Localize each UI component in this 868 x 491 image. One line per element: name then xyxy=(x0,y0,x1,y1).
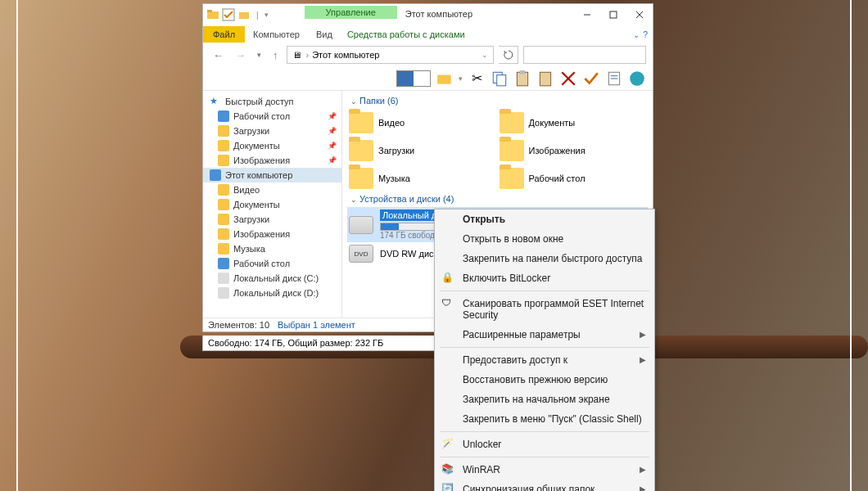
ribbon-collapse-icon[interactable]: ⌄ xyxy=(633,30,640,39)
ctx-bitlocker[interactable]: 🔒Включить BitLocker xyxy=(435,268,654,288)
computer-icon xyxy=(210,169,221,181)
nav-desktop[interactable]: Рабочий стол📌 xyxy=(203,109,341,124)
group-folders-header[interactable]: ⌄ Папки (6) xyxy=(350,96,648,106)
nav-back-icon[interactable]: ← xyxy=(210,49,227,61)
music-icon xyxy=(218,243,229,255)
nav-documents-2[interactable]: Документы xyxy=(203,197,341,212)
nav-up-icon[interactable]: ↑ xyxy=(269,49,282,61)
check-icon[interactable] xyxy=(582,70,600,88)
breadcrumb-this-pc-icon: 🖥 xyxy=(292,50,301,60)
ctx-winrar[interactable]: 📚WinRAR▶ xyxy=(435,460,654,480)
drive-icon xyxy=(349,216,373,234)
quick-access-toolbar: | ▾ xyxy=(203,4,272,25)
svg-rect-8 xyxy=(437,74,451,83)
chevron-right-icon: ▶ xyxy=(640,484,646,491)
navigation-pane[interactable]: ★Быстрый доступ Рабочий стол📌 Загрузки📌 … xyxy=(203,91,342,318)
properties-icon[interactable] xyxy=(605,70,623,88)
nav-local-disk-c[interactable]: Локальный диск (C:) xyxy=(203,271,341,286)
contextual-tab-manage[interactable]: Управление xyxy=(305,6,397,19)
svg-rect-10 xyxy=(497,74,506,85)
breadcrumb-text[interactable]: Этот компьютер xyxy=(312,50,379,60)
close-button[interactable] xyxy=(626,4,653,25)
nav-pictures-2[interactable]: Изображения xyxy=(203,227,341,241)
new-folder-icon[interactable] xyxy=(436,70,454,88)
nav-videos[interactable]: Видео xyxy=(203,182,341,197)
nav-forward-icon[interactable]: → xyxy=(232,49,249,61)
pin-icon: 📌 xyxy=(328,127,337,135)
copy-icon[interactable] xyxy=(491,70,509,88)
sync-icon: 🔄 xyxy=(441,483,454,491)
ctx-eset-scan[interactable]: 🛡Сканировать программой ESET Internet Se… xyxy=(435,294,654,325)
refresh-button[interactable] xyxy=(499,46,518,64)
maximize-button[interactable] xyxy=(600,4,626,25)
svg-rect-1 xyxy=(207,10,212,12)
eset-icon[interactable] xyxy=(628,70,646,88)
toolbar-dropdown-icon[interactable]: ▾ xyxy=(459,74,463,83)
status-item-count: Элементов: 10 xyxy=(208,320,269,330)
ctx-open[interactable]: Открыть xyxy=(435,209,654,229)
ctx-unlocker[interactable]: 🪄Unlocker xyxy=(435,435,654,454)
nav-downloads[interactable]: Загрузки📌 xyxy=(203,124,341,138)
view-details-icon[interactable] xyxy=(414,71,430,86)
address-bar-row: ← → ▾ ↑ 🖥 › Этот компьютер ⌄ xyxy=(203,43,653,66)
folder-pictures[interactable]: Изображения xyxy=(498,137,649,164)
ctx-sync[interactable]: 🔄Синхронизация общих папок▶ xyxy=(435,480,654,491)
pin-icon: 📌 xyxy=(328,142,337,150)
ribbon-file-tab[interactable]: Файл xyxy=(203,26,245,43)
ctx-restore[interactable]: Восстановить прежнюю версию xyxy=(435,370,654,390)
nav-history-icon[interactable]: ▾ xyxy=(254,51,264,59)
cut-icon[interactable]: ✂ xyxy=(468,70,486,88)
qat-new-folder-icon[interactable] xyxy=(237,8,251,21)
folder-icon xyxy=(349,112,373,133)
downloads-icon xyxy=(218,214,229,225)
ribbon-tabs: Файл Компьютер Вид Средства работы с дис… xyxy=(203,25,653,43)
folder-desktop[interactable]: Рабочий стол xyxy=(498,164,649,192)
address-bar[interactable]: 🖥 › Этот компьютер ⌄ xyxy=(287,46,495,64)
nav-documents[interactable]: Документы📌 xyxy=(203,138,341,153)
nav-this-pc[interactable]: Этот компьютер xyxy=(203,168,341,182)
ctx-advanced[interactable]: Расширенные параметры▶ xyxy=(435,325,654,345)
window-title: Этот компьютер xyxy=(397,4,481,25)
desktop-icon xyxy=(218,258,229,269)
winrar-icon: 📚 xyxy=(441,463,454,476)
qat-checkbox-icon[interactable] xyxy=(222,8,235,21)
qat-dropdown-icon[interactable]: ▾ xyxy=(264,11,269,19)
delete-icon[interactable] xyxy=(559,70,577,88)
search-input[interactable] xyxy=(523,46,646,64)
nav-desktop-2[interactable]: Рабочий стол xyxy=(203,256,341,271)
paste-icon[interactable] xyxy=(513,70,531,88)
ctx-separator xyxy=(440,347,649,348)
ribbon-computer-tab[interactable]: Компьютер xyxy=(245,26,308,43)
view-large-icon[interactable] xyxy=(397,71,414,86)
ctx-pin-quick-access[interactable]: Закрепить на панели быстрого доступа xyxy=(435,249,654,268)
chevron-right-icon: ▶ xyxy=(640,330,646,339)
breadcrumb-dropdown-icon[interactable]: ⌄ xyxy=(481,51,488,59)
folder-videos[interactable]: Видео xyxy=(347,109,498,137)
ctx-open-new-window[interactable]: Открыть в новом окне xyxy=(435,229,654,249)
svg-rect-13 xyxy=(540,72,550,86)
ribbon-view-tab[interactable]: Вид xyxy=(308,26,341,43)
nav-local-disk-d[interactable]: Локальный диск (D:) xyxy=(203,286,341,300)
folder-downloads[interactable]: Загрузки xyxy=(347,137,498,164)
folder-music[interactable]: Музыка xyxy=(347,164,498,192)
eset-icon: 🛡 xyxy=(441,297,454,310)
minimize-button[interactable] xyxy=(574,4,600,25)
paste-dropdown-icon[interactable] xyxy=(536,70,554,88)
status-extra: Свободно: 174 ГБ, Общий размер: 232 ГБ xyxy=(202,336,440,351)
group-drives-header[interactable]: ⌄ Устройства и диски (4) xyxy=(350,194,648,204)
nav-pictures[interactable]: Изображения📌 xyxy=(203,153,341,168)
folder-documents[interactable]: Документы xyxy=(498,109,649,137)
ctx-share[interactable]: Предоставить доступ к▶ xyxy=(435,350,654,370)
ctx-pin-start[interactable]: Закрепить на начальном экране xyxy=(435,390,654,409)
help-icon[interactable]: ? xyxy=(643,29,648,39)
folder-icon xyxy=(349,140,373,161)
nav-downloads-2[interactable]: Загрузки xyxy=(203,212,341,227)
svg-point-19 xyxy=(630,71,644,86)
chevron-right-icon: ▶ xyxy=(640,355,646,364)
nav-quick-access[interactable]: ★Быстрый доступ xyxy=(203,94,341,109)
ctx-pin-classic-shell[interactable]: Закрепить в меню "Пуск" (Classic Shell) xyxy=(435,409,654,429)
ctx-separator xyxy=(440,457,649,457)
view-toggle[interactable] xyxy=(396,70,431,87)
ribbon-drive-tools-tab[interactable]: Средства работы с дисками xyxy=(341,26,472,43)
nav-music[interactable]: Музыка xyxy=(203,241,341,256)
